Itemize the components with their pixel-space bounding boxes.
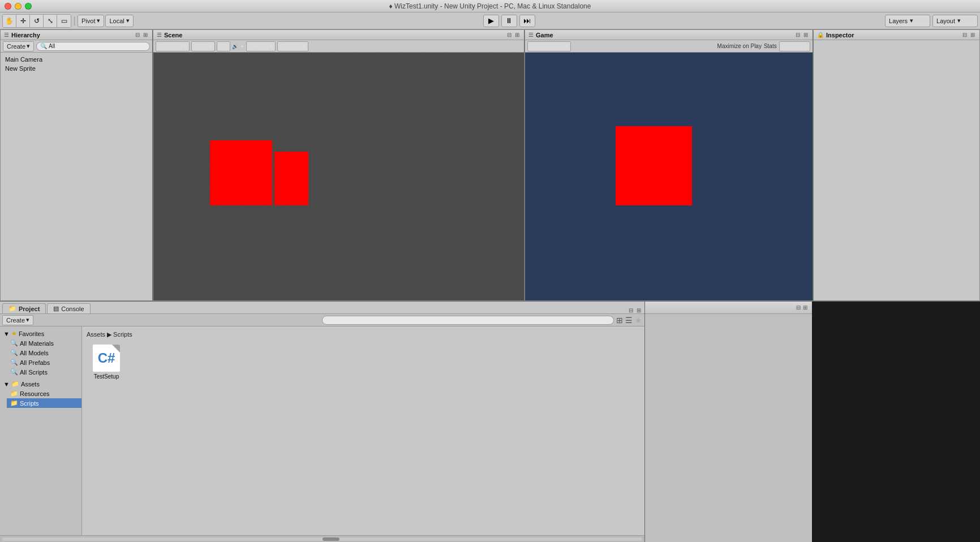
tree-favorites[interactable]: ▼ ★ Favorites	[0, 329, 81, 338]
scene-textured-btn[interactable]: Textured ▾	[156, 41, 190, 51]
scene-red-rect-left	[210, 140, 272, 205]
scene-title: Scene	[164, 32, 182, 38]
game-aspect-btn[interactable]: Free Aspect ▾	[527, 41, 571, 51]
scene-audio-icon: 🔊	[232, 44, 238, 49]
scrollbar-thumb[interactable]	[323, 537, 339, 541]
file-cs-label: C#	[98, 350, 115, 366]
project-expand-btn[interactable]: ⊞	[635, 307, 642, 313]
game-expand-btn[interactable]: ⊞	[802, 32, 809, 38]
layers-dropdown[interactable]: Layers ▾	[885, 15, 930, 27]
pivot-button[interactable]: Pivot ▾	[78, 15, 104, 27]
resources-label: Resources	[20, 390, 50, 397]
tree-resources[interactable]: 📁 Resources	[7, 389, 81, 398]
scene-expand-btn[interactable]: ⊞	[514, 32, 521, 38]
project-tab[interactable]: 📁 Project	[2, 303, 46, 313]
all-prefabs-label: All Prefabs	[20, 359, 50, 366]
game-content[interactable]	[525, 53, 813, 300]
transform-tools: ✋ ✛ ↺ ⤡ ▭	[2, 14, 71, 28]
hierarchy-expand-btn[interactable]: ⊞	[142, 32, 149, 38]
step-button[interactable]: ⏭	[519, 15, 535, 27]
all-materials-label: All Materials	[20, 340, 54, 347]
scale-tool-button[interactable]: ⤡	[44, 15, 57, 27]
hierarchy-item-camera[interactable]: Main Camera	[2, 55, 151, 64]
hierarchy-panel-header: ☰ Hierarchy ⊟ ⊞	[1, 30, 152, 40]
favorites-label: Favorites	[19, 330, 44, 337]
project-list-btn[interactable]: ☰	[625, 316, 633, 325]
local-button[interactable]: Local ▾	[105, 15, 133, 27]
project-create-label: Create	[6, 317, 25, 324]
scene-effects-btn[interactable]: Effects ▾	[246, 41, 275, 51]
project-create-btn[interactable]: Create ▾	[2, 315, 33, 325]
scene-gizmos-chevron: ▾	[302, 42, 306, 50]
file-icon-testsetup: C#	[92, 344, 121, 372]
tree-all-prefabs[interactable]: 🔍 All Prefabs	[7, 358, 81, 367]
hierarchy-search[interactable]: 🔍 All	[36, 42, 150, 51]
game-stats-label[interactable]: Stats	[764, 43, 777, 49]
project-panel: 📁 Project ▤ Console ⊟ ⊞ Create ▾ ⊞	[0, 302, 645, 542]
scene-collapse-btn[interactable]: ⊟	[506, 32, 513, 38]
project-breadcrumb: Assets ▶ Scripts	[87, 331, 640, 338]
inspector-content	[814, 40, 979, 300]
project-search-input[interactable]	[322, 316, 614, 325]
scripts-icon: 📁	[10, 399, 18, 407]
project-view-btn[interactable]: ⊞	[616, 316, 623, 325]
search-icon: 🔍	[40, 43, 47, 49]
pause-button[interactable]: ⏸	[501, 15, 517, 27]
console-tab[interactable]: ▤ Console	[47, 303, 90, 313]
layout-dropdown[interactable]: Layout ▾	[932, 15, 978, 27]
scrollbar-track	[2, 537, 642, 541]
scene-content[interactable]	[153, 53, 524, 300]
game-aspect-chevron: ▾	[565, 42, 568, 50]
project-star-btn[interactable]: ★	[635, 316, 642, 325]
close-button[interactable]	[5, 3, 11, 10]
favorites-icon: ★	[11, 330, 17, 337]
all-scripts-search-icon: 🔍	[10, 368, 18, 376]
project-tabs: 📁 Project ▤ Console ⊟ ⊞	[0, 302, 644, 314]
scene-controls: ⊟ ⊞	[506, 32, 521, 38]
hierarchy-item-sprite[interactable]: New Sprite	[2, 64, 151, 73]
hierarchy-create-btn[interactable]: Create ▾	[3, 41, 34, 51]
game-red-rect	[616, 126, 692, 205]
window-controls	[5, 3, 32, 10]
minimize-button[interactable]	[15, 3, 22, 10]
tree-all-materials[interactable]: 🔍 All Materials	[7, 338, 81, 348]
tree-scripts[interactable]: 📁 Scripts	[7, 398, 81, 408]
maximize-button[interactable]	[25, 3, 32, 10]
game-gizmos-btn[interactable]: Gizmos ▾	[779, 41, 810, 51]
right-bottom-expand[interactable]: ⊞	[802, 304, 809, 311]
game-title: Game	[536, 32, 553, 38]
rect-tool-button[interactable]: ▭	[57, 15, 71, 27]
scene-gizmos-btn[interactable]: Gizmos ▾	[277, 41, 308, 51]
tree-assets[interactable]: ▼ 📁 Assets	[0, 379, 81, 389]
inspector-title: Inspector	[826, 32, 854, 38]
scene-panel-header: ☰ Scene ⊟ ⊞	[153, 30, 524, 40]
scene-toolbar: Textured ▾ RGB ▾ 2D 🔊 ✦ Effects ▾ Gizmos	[153, 40, 524, 53]
console-tab-icon: ▤	[53, 305, 59, 312]
game-maximize-label[interactable]: Maximize on Play	[717, 43, 762, 49]
hierarchy-lock-btn[interactable]: ⊟	[134, 32, 141, 38]
console-tab-label: Console	[61, 306, 84, 312]
file-item-testsetup[interactable]: C# TestSetup	[87, 342, 126, 382]
hand-tool-button[interactable]: ✋	[3, 15, 16, 27]
inspector-lock-btn[interactable]: ⊟	[961, 32, 968, 38]
project-tab-label: Project	[19, 306, 40, 312]
hierarchy-title: Hierarchy	[11, 32, 40, 38]
inspector-expand-btn[interactable]: ⊞	[969, 32, 976, 38]
scene-rgb-btn[interactable]: RGB ▾	[191, 41, 215, 51]
tree-all-scripts[interactable]: 🔍 All Scripts	[7, 367, 81, 377]
tree-all-models[interactable]: 🔍 All Models	[7, 348, 81, 358]
project-collapse-btn[interactable]: ⊟	[627, 307, 634, 313]
scene-2d-label: 2D	[220, 43, 227, 50]
move-tool-button[interactable]: ✛	[16, 15, 30, 27]
pivot-label: Pivot	[81, 18, 95, 24]
rotate-tool-button[interactable]: ↺	[30, 15, 44, 27]
project-scrollbar[interactable]	[0, 535, 644, 542]
local-label: Local	[109, 18, 124, 24]
layout-label: Layout	[936, 18, 955, 24]
main-area: ☰ Hierarchy ⊟ ⊞ Create ▾ 🔍 All	[0, 29, 980, 542]
play-button[interactable]: ▶	[483, 15, 499, 27]
scene-2d-btn[interactable]: 2D	[217, 41, 230, 51]
game-collapse-btn[interactable]: ⊟	[794, 32, 801, 38]
right-bottom-collapse[interactable]: ⊟	[795, 304, 802, 311]
scene-rgb-label: RGB	[194, 43, 208, 50]
